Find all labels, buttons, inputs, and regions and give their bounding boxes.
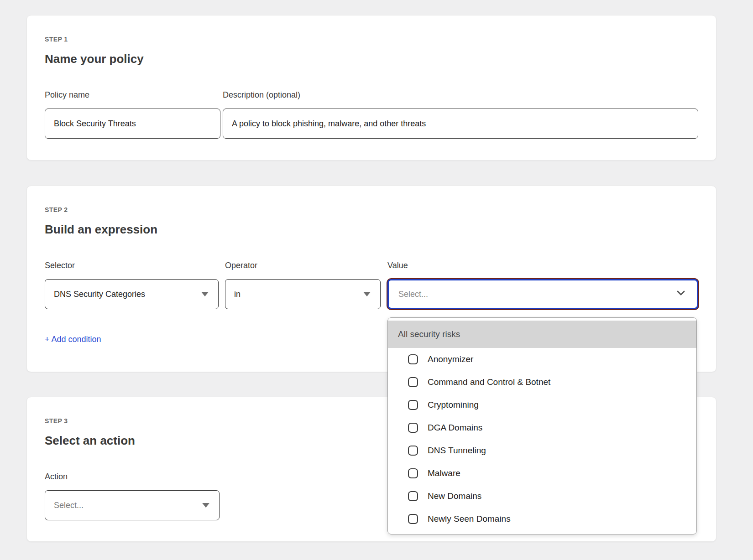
policy-builder-page: STEP 1 Name your policy Policy name Desc… [0, 0, 753, 560]
selector-label: Selector [45, 261, 219, 270]
step1-title: Name your policy [45, 52, 698, 66]
operator-selected-value: in [234, 290, 241, 299]
chevron-down-icon [676, 288, 686, 301]
option-checkbox-icon[interactable] [408, 446, 418, 456]
policy-name-label: Policy name [45, 90, 220, 99]
action-field-group: Action Select... [45, 472, 220, 520]
action-label: Action [45, 472, 220, 481]
option-checkbox-icon[interactable] [408, 491, 418, 501]
dropdown-triangle-icon [202, 503, 209, 508]
option-label: Malware [428, 468, 460, 478]
option-checkbox-icon[interactable] [408, 354, 418, 364]
option-label: DGA Domains [428, 423, 482, 433]
all-security-risks-group-header[interactable]: All security risks [388, 321, 696, 348]
step2-title: Build an expression [45, 223, 698, 236]
action-select[interactable]: Select... [45, 490, 220, 520]
option-label: Anonymizer [428, 354, 473, 364]
value-placeholder: Select... [398, 290, 428, 299]
option-checkbox-icon[interactable] [408, 423, 418, 433]
dropdown-option[interactable]: Cryptomining [388, 394, 696, 416]
dropdown-option[interactable]: Newly Seen Domains [388, 508, 696, 530]
step1-card: STEP 1 Name your policy Policy name Desc… [26, 15, 716, 161]
dropdown-triangle-icon [363, 292, 371, 296]
description-input[interactable] [223, 109, 698, 139]
dropdown-triangle-icon [201, 292, 209, 296]
value-dropdown-panel: All security risks Anonymizer Command an… [387, 317, 697, 534]
description-field-group: Description (optional) [223, 90, 698, 139]
option-label: DNS Tunneling [428, 446, 486, 456]
dropdown-options: Anonymizer Command and Control & Botnet … [388, 348, 696, 530]
option-label: Cryptomining [428, 400, 479, 410]
dropdown-option[interactable]: Command and Control & Botnet [388, 371, 696, 394]
selector-field-group: Selector DNS Security Categories [45, 261, 219, 309]
operator-label: Operator [225, 261, 381, 270]
operator-field-group: Operator in [225, 261, 381, 309]
description-label: Description (optional) [223, 90, 698, 99]
selector-select[interactable]: DNS Security Categories [45, 279, 219, 309]
option-checkbox-icon[interactable] [408, 468, 418, 478]
step2-card: STEP 2 Build an expression Selector DNS … [26, 186, 716, 372]
value-field-group: Value Select... All security risks Anony… [387, 261, 698, 309]
option-label: New Domains [428, 491, 481, 501]
selector-selected-value: DNS Security Categories [54, 290, 145, 299]
dropdown-option[interactable]: DNS Tunneling [388, 439, 696, 462]
option-checkbox-icon[interactable] [408, 400, 418, 410]
action-placeholder: Select... [54, 501, 84, 510]
expression-row: Selector DNS Security Categories Operato… [45, 261, 698, 309]
value-label: Value [387, 261, 698, 270]
option-checkbox-icon[interactable] [408, 514, 418, 524]
value-select[interactable]: Select... [387, 279, 698, 309]
step1-step-label: STEP 1 [45, 36, 698, 42]
dropdown-option[interactable]: Malware [388, 462, 696, 485]
option-checkbox-icon[interactable] [408, 377, 418, 387]
dropdown-option[interactable]: Anonymizer [388, 348, 696, 371]
policy-name-input[interactable] [45, 109, 220, 139]
dropdown-option[interactable]: DGA Domains [388, 416, 696, 439]
step2-step-label: STEP 2 [45, 207, 698, 213]
policy-name-field-group: Policy name [45, 90, 220, 139]
option-label: Newly Seen Domains [428, 514, 511, 524]
option-label: Command and Control & Botnet [428, 377, 550, 387]
operator-select[interactable]: in [225, 279, 381, 309]
step1-fields-row: Policy name Description (optional) [45, 90, 698, 139]
add-condition-link[interactable]: + Add condition [45, 335, 101, 344]
dropdown-option[interactable]: New Domains [388, 485, 696, 508]
